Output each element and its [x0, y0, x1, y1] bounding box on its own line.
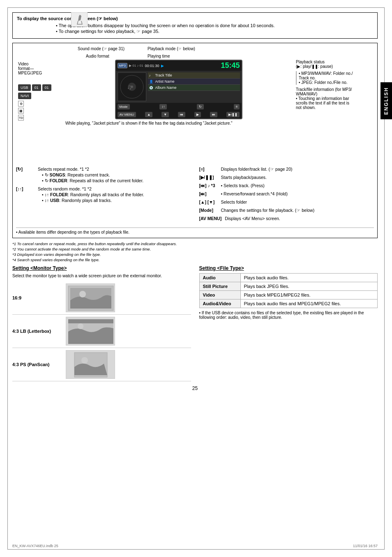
player-button-row1: Mode ↕↑ ↻ ≡	[116, 103, 242, 111]
play-btn[interactable]: ▶	[194, 112, 201, 117]
footnote-4: *4 Search speed varies depending on the …	[12, 258, 378, 262]
folder-display: ▶ 01 ♪ 01	[129, 64, 143, 67]
label-video-format: Videoformat—MPEG/JPEG	[18, 62, 42, 75]
info-bullet-1: • The operation buttons disappear by tou…	[56, 23, 373, 28]
svg-point-7	[79, 291, 86, 297]
label-playback-mode: Playback mode (☞ below)	[148, 46, 195, 51]
file-type-note: • If the USB device contains no files of…	[199, 311, 378, 320]
footer: EN_KW-AVX746EU.indb 25 11/01/16 16:57	[12, 544, 378, 548]
avmenu-control: [AV MENU] Displays <AV Menu> screen.	[199, 216, 374, 221]
music-note-icon: ♫	[120, 74, 144, 99]
album-icon: 💿	[149, 86, 154, 90]
bluetooth-icon: ⚙	[18, 101, 24, 107]
next-btn[interactable]: ⏭	[210, 112, 217, 117]
repeat-sub-2: • ↻ FOLDER: Repeats all tracks of the cu…	[42, 178, 191, 183]
footnote-1: *1 To cancel random or repeat mode, pres…	[12, 241, 378, 246]
grid-icon: ▦	[18, 108, 24, 114]
monitor-169-svg	[66, 284, 115, 312]
top-labels: Sound mode (☞ page 31) Playback mode (☞ …	[65, 46, 374, 54]
monitor-option-169: 16:9	[12, 281, 191, 315]
monitor-option-43ps: 4:3 PS (PanScan)	[12, 348, 191, 381]
footnotes: *1 To cancel random or repeat mode, pres…	[12, 241, 378, 262]
player-top-bar: MP3 ▶ 01 ♪ 01 00:01:30 ▶ 15:45	[116, 60, 242, 71]
track-title: Track Title	[155, 73, 172, 77]
repeat-control: [↻] Selects repeat mode. *1 *2 • ↻ SONGS…	[16, 167, 191, 183]
up-btn[interactable]: ▲	[145, 112, 152, 117]
player-area: Videoformat—MPEG/JPEG USB 01 01 NAVI ⚙	[16, 60, 374, 167]
monitor-option-43lb: 4:3 LB (Letterbox)	[12, 315, 191, 348]
controls-left: [↻] Selects repeat mode. *1 *2 • ↻ SONGS…	[16, 167, 191, 224]
mode-btn[interactable]: Mode	[118, 104, 130, 109]
settings-row: Setting <Monitor Type> Select the monito…	[12, 265, 378, 381]
available-items-note: • Available items differ depending on th…	[16, 227, 374, 234]
avmenu-symbol: [AV MENU]	[199, 216, 222, 221]
folder-desc: Selects folder	[221, 200, 374, 204]
monitor-43ps-svg	[66, 350, 115, 379]
search-control: [⏭] • Reverse/forward search.*4 (Hold)	[199, 191, 374, 196]
mode-ctrl-symbol: [Mode]	[199, 208, 218, 213]
monitor-169-image	[66, 283, 115, 312]
monitor-type-section: Setting <Monitor Type> Select the monito…	[12, 265, 191, 381]
repeat-desc: Selects repeat mode. *1 *2 • ↻ SONGS: Re…	[38, 167, 191, 183]
play-icon-display: ▶	[161, 64, 164, 68]
label-audio-format: Audio format	[86, 54, 109, 58]
file-type-av-label: Audio&Video	[199, 299, 240, 308]
file-type-row-still: Still Picture Plays back JPEG files.	[199, 282, 378, 291]
monitor-43lb-image	[66, 317, 115, 346]
list-symbol: [≡]	[199, 167, 218, 172]
track-row: ♪ Track Title	[148, 72, 240, 79]
mp3-tag: MP3	[118, 63, 127, 68]
list-control: [≡] Displays folder/track list. (☞ page …	[199, 167, 374, 172]
player-info: ♪ Track Title 👤 Artist Name 💿 Album Name	[148, 72, 240, 101]
second-labels: Audio format Playing time	[65, 54, 374, 60]
artist-name: Artist Name	[155, 79, 175, 84]
navi-tag: NAVI	[18, 93, 31, 99]
list-desc: Displays folder/track list. (☞ page 20)	[221, 167, 374, 172]
monitor-43lb-label: 4:3 LB (Letterbox)	[12, 329, 62, 334]
file-type-row-audio: Audio Plays back audio files.	[199, 274, 378, 282]
album-name: Album Name	[155, 86, 177, 90]
info-box-title-ref: (☞ below)	[97, 16, 118, 21]
random-sub-1: • ↕↑ FOLDER: Randomly plays all tracks o…	[42, 192, 191, 197]
track-num: 01	[42, 84, 51, 91]
file-type-av-desc: Plays back audio files and MPEG1/MPEG2 f…	[240, 299, 378, 308]
list-btn[interactable]: ≡	[234, 104, 240, 109]
footer-right: 11/01/16 16:57	[353, 544, 378, 548]
usb-tag: USB	[18, 84, 31, 91]
search-desc: • Reverse/forward search.*4 (Hold)	[221, 191, 374, 196]
controls-section: [↻] Selects repeat mode. *1 *2 • ↻ SONGS…	[16, 167, 374, 224]
repeat-sub-1: • ↻ SONGS: Repeats current track.	[42, 172, 191, 177]
footnote-3: *3 Displayed icon varies depending on th…	[12, 252, 378, 257]
svg-point-14	[81, 357, 88, 364]
player-button-row2: AV MENU ▲ ▼ ⏮ ▶ ⏭ ▶/❚❚	[116, 111, 242, 118]
left-labels: Videoformat—MPEG/JPEG USB 01 01 NAVI ⚙	[16, 60, 65, 167]
av-menu-btn[interactable]: AV MENU	[118, 112, 136, 117]
prev-btn[interactable]: ⏮	[178, 112, 185, 117]
footer-left: EN_KW-AVX746EU.indb 25	[12, 544, 58, 548]
repeat-btn[interactable]: ↻	[197, 104, 204, 109]
play-pause-btn[interactable]: ▶/❚❚	[226, 112, 240, 117]
shuffle-btn[interactable]: ↕↑	[159, 104, 167, 109]
album-art: ♫	[118, 72, 146, 101]
td-icon: TD	[18, 115, 24, 121]
language-tab: ENGLISH	[380, 82, 392, 119]
file-type-still-label: Still Picture	[199, 282, 240, 291]
repeat-symbol: [↻]	[16, 167, 35, 183]
playback-symbol: [▶/❚❚]	[199, 175, 218, 180]
file-type-audio-desc: Plays back audio files.	[240, 274, 378, 282]
file-type-row-video: Video Plays back MPEG1/MPEG2 files.	[199, 291, 378, 299]
random-sub-2: • ↕↑ USB: Randomly plays all tracks.	[42, 198, 191, 203]
mp3-info-label: • MP3/WMA/WAV: Folder no./ Track no. • J…	[296, 71, 374, 85]
random-control: [↕↑] Selects random mode. *1 *2 • ↕↑ FOL…	[16, 186, 191, 203]
monitor-43ps-label: 4:3 PS (PanScan)	[12, 362, 62, 367]
monitor-169-label: 16:9	[12, 295, 62, 300]
select-track-control: [⏮] ♪ *3 • Selects track. (Press)	[199, 183, 374, 188]
playback-desc: Starts playback/pauses.	[221, 175, 374, 180]
main-content: To display the source control screen (☞ …	[12, 12, 378, 545]
label-playing-time: Playing time	[148, 54, 170, 58]
file-type-still-desc: Plays back JPEG files.	[240, 282, 378, 291]
fwd-symbol: [⏭]	[199, 191, 218, 196]
language-label: ENGLISH	[383, 87, 389, 114]
file-type-audio-label: Audio	[199, 274, 240, 282]
down-btn[interactable]: ▼	[161, 112, 169, 117]
